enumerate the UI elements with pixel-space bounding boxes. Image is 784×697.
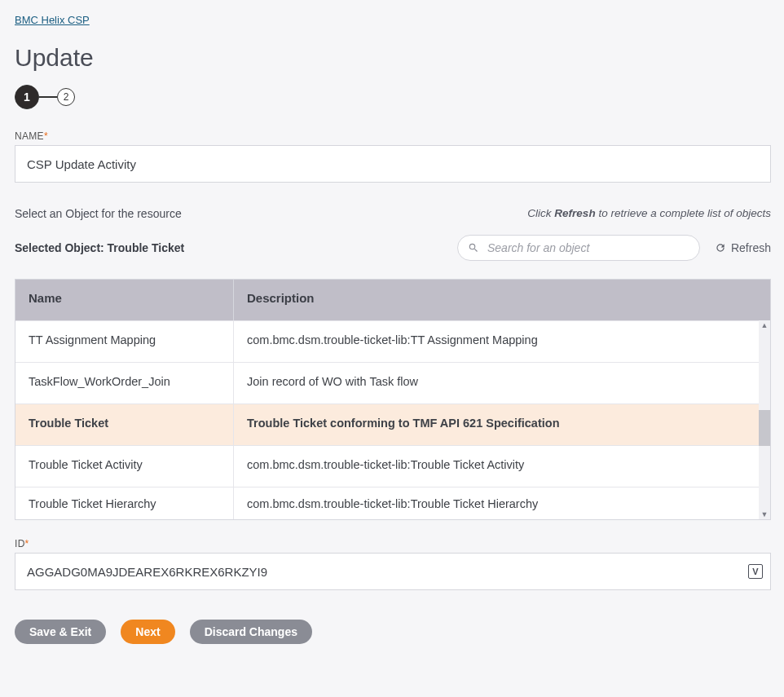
cell-name: Trouble Ticket Activity [15,446,234,487]
next-button[interactable]: Next [121,620,174,644]
breadcrumb-link[interactable]: BMC Helix CSP [15,14,90,26]
search-box[interactable] [457,235,700,261]
refresh-icon [715,242,726,254]
search-input[interactable] [486,240,689,255]
cell-name: TT Assignment Mapping [15,321,234,362]
id-label: ID* [15,538,769,549]
scroll-down-arrow[interactable]: ▼ [759,510,770,519]
table-row[interactable]: TaskFlow_WorkOrder_JoinJoin record of WO… [15,362,770,404]
stepper: 1 2 [15,85,769,109]
selected-object-label: Selected Object: Trouble Ticket [15,241,184,254]
step-2[interactable]: 2 [57,88,75,106]
cell-name: Trouble Ticket [15,404,234,445]
step-connector [39,96,57,98]
cell-description: Trouble Ticket conforming to TMF API 621… [234,404,770,445]
refresh-label: Refresh [731,241,771,254]
scrollbar[interactable]: ▲ ▼ [759,320,770,519]
table-row[interactable]: TT Assignment Mappingcom.bmc.dsm.trouble… [15,320,770,362]
search-icon [468,242,479,254]
column-header-name[interactable]: Name [15,280,234,320]
cell-description: com.bmc.dsm.trouble-ticket-lib:Trouble T… [234,446,770,487]
table-row[interactable]: Trouble Ticket Hierarchycom.bmc.dsm.trou… [15,487,770,519]
cell-name: TaskFlow_WorkOrder_Join [15,363,234,404]
table-row[interactable]: Trouble Ticket Activitycom.bmc.dsm.troub… [15,445,770,487]
step-1[interactable]: 1 [15,85,39,109]
column-header-description[interactable]: Description [234,280,770,320]
object-table: Name Description TT Assignment Mappingco… [15,279,771,520]
save-exit-button[interactable]: Save & Exit [15,620,106,644]
cell-name: Trouble Ticket Hierarchy [15,487,234,519]
id-input[interactable] [15,553,771,590]
name-label: NAME* [15,130,769,142]
cell-description: com.bmc.dsm.trouble-ticket-lib:Trouble T… [234,487,770,519]
refresh-button[interactable]: Refresh [715,241,771,254]
table-row[interactable]: Trouble TicketTrouble Ticket conforming … [15,404,770,445]
page-title: Update [15,44,769,72]
cell-description: Join record of WO with Task flow [234,363,770,404]
scroll-thumb[interactable] [759,410,770,446]
name-input[interactable] [15,145,771,183]
cell-description: com.bmc.dsm.trouble-ticket-lib:TT Assign… [234,321,770,362]
select-object-hint: Select an Object for the resource [15,207,182,220]
discard-changes-button[interactable]: Discard Changes [190,620,312,644]
refresh-hint: Click Refresh to retrieve a complete lis… [527,207,771,219]
variable-icon[interactable]: V [748,564,763,579]
scroll-up-arrow[interactable]: ▲ [759,320,770,330]
